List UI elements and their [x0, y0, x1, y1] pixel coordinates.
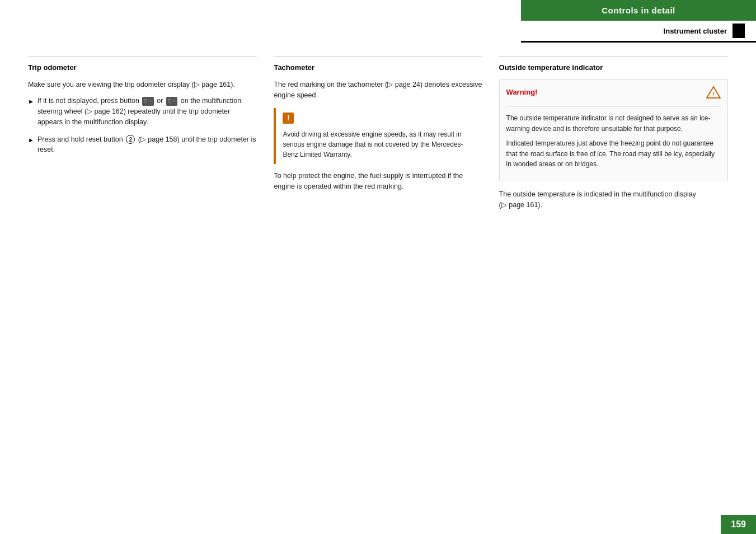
middle-section-title: Tachometer	[274, 63, 482, 72]
caution-icon: !	[283, 113, 294, 124]
btn-icon-2: □→	[166, 97, 177, 106]
bullet-item-2-text: Press and hold reset button 2 (▷ page 15…	[37, 134, 257, 156]
bullet-arrow-icon-2: ►	[28, 135, 34, 145]
list-item: ► Press and hold reset button 2 (▷ page …	[28, 134, 257, 156]
page-number: 159	[731, 519, 746, 529]
tachometer-para1: The red marking on the tachometer (▷ pag…	[274, 79, 482, 101]
left-column: Trip odometer Make sure you are viewing …	[28, 56, 257, 500]
list-item: ► If it is not displayed, press button □…	[28, 96, 257, 127]
warning-title: Warning!	[506, 87, 538, 98]
page-number-block: 159	[721, 515, 756, 534]
left-intro: Make sure you are viewing the trip odome…	[28, 79, 257, 90]
content-area: Trip odometer Make sure you are viewing …	[28, 56, 728, 500]
bullet-item-1-text: If it is not displayed, press button □→ …	[37, 96, 257, 127]
left-section-title: Trip odometer	[28, 63, 257, 72]
svg-text:!: !	[712, 91, 715, 97]
bullet-arrow-icon: ►	[28, 97, 34, 106]
header-block: Controls in detail Instrument cluster	[521, 0, 756, 43]
caution-box: ! Avoid driving at excessive engine spee…	[274, 108, 482, 164]
warning-triangle-icon: !	[706, 86, 721, 99]
right-section-body: Warning! ! The outside temperature indic…	[499, 79, 728, 211]
tachometer-para2: To help protect the engine, the fuel sup…	[274, 171, 482, 193]
black-tab-decoration	[732, 24, 745, 38]
bullet-list: ► If it is not displayed, press button □…	[28, 96, 257, 155]
circle-number-2: 2	[126, 135, 135, 144]
right-column: Outside temperature indicator Warning! !…	[499, 56, 728, 500]
header-sub-label: Instrument cluster	[664, 27, 727, 35]
warning-box: Warning! ! The outside temperature indic…	[499, 79, 728, 181]
warning-header: Warning! !	[506, 86, 721, 101]
middle-column: Tachometer The red marking on the tachom…	[274, 56, 482, 500]
left-section-body: Make sure you are viewing the trip odome…	[28, 79, 257, 155]
right-outro: The outside temperature is indicated in …	[499, 189, 728, 211]
middle-section-body: The red marking on the tachometer (▷ pag…	[274, 79, 482, 193]
header-green-label: Controls in detail	[521, 0, 756, 21]
warning-body-2: Indicated temperatures just above the fr…	[506, 138, 721, 170]
caution-text: Avoid driving at excessive engine speeds…	[283, 130, 463, 158]
btn-icon-1: □→	[142, 97, 153, 106]
header-instrument-bar: Instrument cluster	[521, 21, 756, 43]
right-section-title: Outside temperature indicator	[499, 63, 728, 72]
warning-body-1: The outside temperature indicator is not…	[506, 113, 721, 134]
page-container: Controls in detail Instrument cluster Tr…	[0, 0, 756, 534]
warning-divider	[506, 106, 721, 106]
